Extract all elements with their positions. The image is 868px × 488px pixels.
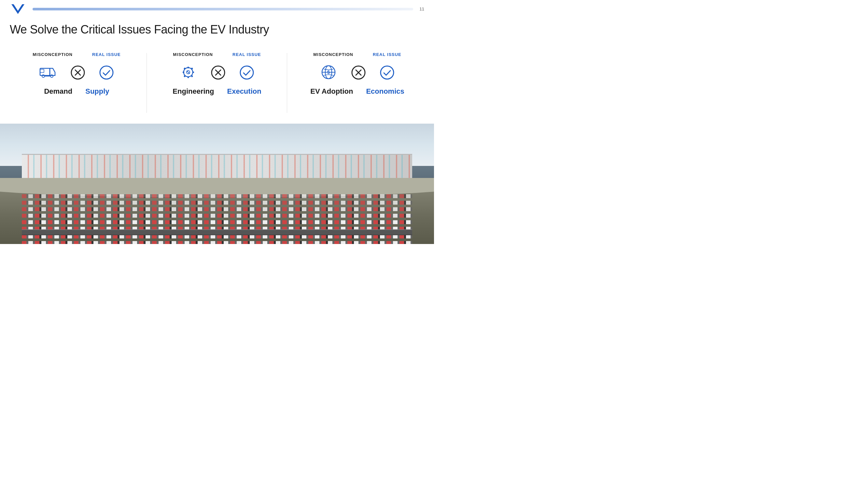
col2-blue-label: Execution bbox=[227, 87, 261, 96]
col2-check-icon bbox=[239, 65, 255, 80]
column-ev-adoption-economics: MISCONCEPTION REAL ISSUE $ bbox=[287, 45, 428, 120]
svg-point-11 bbox=[100, 66, 113, 79]
col2-labels: Engineering Execution bbox=[173, 87, 261, 96]
globe-dollar-icon: $ bbox=[320, 63, 338, 82]
vinfast-logo bbox=[10, 3, 26, 15]
svg-point-33 bbox=[381, 66, 394, 79]
col1-real-issue-label: REAL ISSUE bbox=[92, 52, 121, 57]
truck-icon bbox=[39, 63, 57, 82]
car-row-5 bbox=[22, 220, 412, 224]
col3-x-icon bbox=[351, 65, 366, 80]
col1-labels: Demand Supply bbox=[44, 87, 109, 96]
col3-dark-label: EV Adoption bbox=[310, 87, 353, 96]
road bbox=[22, 229, 412, 235]
car-row-3 bbox=[22, 207, 412, 211]
car-rows-container bbox=[22, 185, 412, 244]
header-decoration bbox=[33, 8, 413, 10]
factory-photo-area bbox=[0, 124, 434, 244]
factory-background bbox=[0, 124, 434, 244]
logo-container bbox=[10, 3, 29, 15]
col1-icons bbox=[39, 63, 114, 82]
col3-check-icon bbox=[379, 65, 395, 80]
col3-misconception-label: MISCONCEPTION bbox=[313, 52, 353, 57]
column-demand-supply: MISCONCEPTION REAL ISSUE bbox=[6, 45, 147, 120]
col3-real-issue-label: REAL ISSUE bbox=[373, 52, 401, 57]
svg-rect-17 bbox=[192, 72, 194, 73]
parking-area bbox=[0, 178, 434, 244]
col2-icons bbox=[179, 63, 255, 82]
col1-misconception-label: MISCONCEPTION bbox=[33, 52, 72, 57]
car-row-1 bbox=[22, 194, 412, 198]
col3-blue-label: Economics bbox=[366, 87, 404, 96]
col2-real-issue-label: REAL ISSUE bbox=[232, 52, 261, 57]
col2-dark-label: Engineering bbox=[173, 87, 214, 96]
header: 11 bbox=[0, 0, 434, 18]
col1-check-icon bbox=[99, 65, 114, 80]
column-engineering-execution: MISCONCEPTION REAL ISSUE bbox=[147, 45, 287, 120]
svg-rect-14 bbox=[188, 67, 189, 68]
col1-header: MISCONCEPTION REAL ISSUE bbox=[16, 52, 137, 57]
svg-rect-15 bbox=[188, 76, 189, 78]
car-row-4 bbox=[22, 214, 412, 218]
col3-icons: $ bbox=[320, 63, 395, 82]
col1-dark-label: Demand bbox=[44, 87, 72, 96]
svg-rect-3 bbox=[40, 69, 44, 72]
content-area: MISCONCEPTION REAL ISSUE bbox=[0, 45, 434, 120]
svg-text:$: $ bbox=[327, 70, 330, 75]
car-row-2 bbox=[22, 201, 412, 205]
slide: 11 We Solve the Critical Issues Facing t… bbox=[0, 0, 434, 244]
col1-x-icon bbox=[70, 65, 86, 80]
col3-labels: EV Adoption Economics bbox=[310, 87, 404, 96]
svg-point-25 bbox=[240, 66, 253, 79]
col1-blue-label: Supply bbox=[85, 87, 109, 96]
col2-x-icon bbox=[210, 65, 226, 80]
gear-wrench-icon bbox=[179, 63, 197, 82]
svg-marker-4 bbox=[50, 68, 55, 75]
col2-misconception-label: MISCONCEPTION bbox=[173, 52, 213, 57]
car-row-8 bbox=[22, 241, 412, 244]
col3-header: MISCONCEPTION REAL ISSUE bbox=[297, 52, 418, 57]
svg-rect-16 bbox=[183, 72, 184, 73]
page-number: 11 bbox=[420, 6, 424, 11]
col2-header: MISCONCEPTION REAL ISSUE bbox=[157, 52, 277, 57]
page-title: We Solve the Critical Issues Facing the … bbox=[10, 23, 269, 36]
